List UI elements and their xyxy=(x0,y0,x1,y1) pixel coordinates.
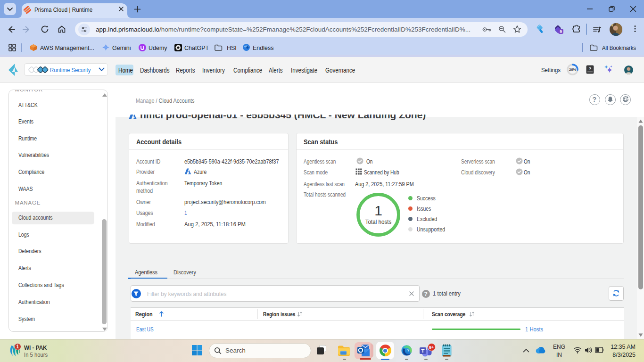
svg-text:9: 9 xyxy=(560,29,562,34)
svg-text:?: ? xyxy=(589,66,592,71)
svg-text:26%: 26% xyxy=(569,67,576,72)
